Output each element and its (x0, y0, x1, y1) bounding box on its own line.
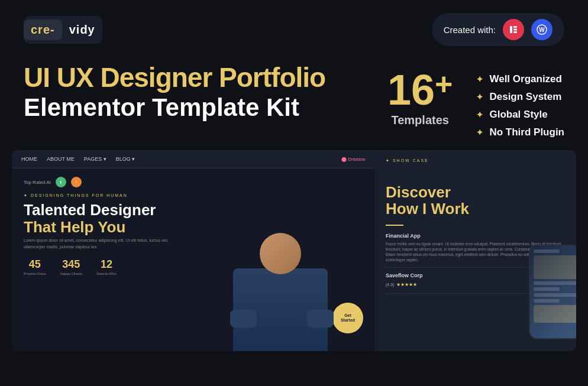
nav-about[interactable]: ABOUT ME (47, 156, 75, 162)
created-with-label: Created with: (444, 25, 496, 35)
stat-awards: 12 Awards Won (96, 258, 117, 275)
dribbble-link[interactable]: ⬤ Dribbbie (341, 157, 366, 162)
svg-rect-1 (513, 26, 517, 28)
star-icon-2: ✦ (476, 92, 483, 102)
fiverr-badge: f (56, 177, 66, 187)
number-plus: + (435, 69, 453, 99)
logo-container: cre- vidy (24, 16, 102, 44)
top-rated: Top Rated At f ↑ (24, 177, 363, 187)
top-rated-label: Top Rated At (24, 180, 51, 185)
person-arm-left (230, 310, 257, 327)
person-arm-right (307, 310, 334, 327)
hero-right: 16 + Templates ✦ Well Organized ✦ Design… (387, 63, 564, 138)
stat-clients: 345 Happy Clients (60, 258, 82, 275)
stat-awards-number: 12 (96, 258, 117, 271)
phone-screen (530, 246, 576, 338)
feature-item-1: ✦ Well Organized (476, 73, 564, 85)
template-count: 16 (387, 69, 435, 111)
preview-right: ✦ SHOW CASE Discover How I Work Financia… (375, 150, 576, 351)
header: cre- vidy Created with: W (0, 0, 588, 57)
wordpress-badge: W (531, 19, 553, 40)
preview-nav: HOME ABOUT ME PAGES ▾ BLOG ▾ ⬤ Dribbbie (12, 150, 375, 168)
elementor-badge (503, 19, 524, 40)
preview-title-line1: Talented Designer (24, 202, 363, 219)
work-item-title-financial: Financial App (386, 233, 566, 239)
stat-clients-number: 345 (60, 258, 82, 271)
nav-pages[interactable]: PAGES ▾ (84, 156, 106, 162)
showcase-label: ✦ SHOW CASE (375, 150, 576, 167)
upwork-badge: ↑ (71, 177, 82, 187)
hero-section: UI UX Designer Portfolio Elementor Templ… (0, 57, 588, 150)
hero-title-sub: Elementor Template Kit (24, 94, 364, 121)
svg-rect-0 (510, 26, 512, 33)
get-started-button[interactable]: Get Started (332, 303, 363, 333)
person-head (260, 233, 301, 274)
logo-cre: cre- (24, 20, 62, 40)
stat-projects: 45 Projects Done (24, 258, 46, 275)
created-with-badge: Created with: W (432, 13, 564, 46)
phone-line-5 (534, 299, 560, 303)
svg-text:W: W (539, 27, 545, 33)
stars-icon: ★★★★★ (396, 282, 417, 287)
preview-description: Lorem ipsum dolor sit amet, consectetur … (24, 238, 177, 250)
template-label: Templates (387, 113, 453, 127)
stat-awards-label: Awards Won (96, 272, 117, 275)
svg-rect-3 (513, 31, 517, 33)
star-icon-3: ✦ (476, 110, 483, 119)
stat-clients-label: Happy Clients (60, 272, 82, 275)
discover-title: Discover How I Work (375, 167, 576, 218)
star-icon-1: ✦ (476, 74, 483, 84)
phone-line-3 (534, 287, 560, 291)
title-gold-part: You (98, 218, 125, 236)
nav-home[interactable]: HOME (21, 156, 37, 162)
discover-title-text: Discover How I Work (386, 183, 469, 218)
feature-item-2: ✦ Design System (476, 91, 564, 103)
hero-left: UI UX Designer Portfolio Elementor Templ… (24, 63, 364, 138)
features-list: ✦ Well Organized ✦ Design System ✦ Globa… (476, 69, 564, 138)
feature-label-1: Well Organized (489, 73, 562, 85)
nav-blog[interactable]: BLOG ▾ (116, 156, 135, 162)
phone-line-2 (534, 281, 576, 285)
designing-for-label: ✦ DESIGNING THINGS FOR HUMAN (24, 193, 363, 198)
hero-title-main: UI UX Designer Portfolio (24, 63, 364, 93)
feature-label-4: No Third Plugin (489, 126, 564, 138)
decoration-line (386, 225, 403, 226)
rating-number: (4.9) (386, 283, 394, 287)
feature-label-2: Design System (489, 91, 561, 103)
preview-left: HOME ABOUT ME PAGES ▾ BLOG ▾ ⬤ Dribbbie … (12, 150, 375, 351)
feature-item-4: ✦ No Third Plugin (476, 126, 564, 138)
phone-line-4 (534, 293, 576, 297)
stat-projects-label: Projects Done (24, 272, 46, 275)
phone-chart (534, 255, 576, 279)
phone-line-1 (534, 249, 560, 253)
feature-item-3: ✦ Global Style (476, 109, 564, 121)
feature-label-3: Global Style (489, 109, 547, 121)
preview-section: HOME ABOUT ME PAGES ▾ BLOG ▾ ⬤ Dribbbie … (12, 150, 576, 351)
phone-bar-chart (534, 305, 576, 323)
svg-rect-2 (513, 29, 517, 31)
title-white-part: That Help (24, 218, 98, 236)
logo: cre- vidy (24, 16, 102, 44)
stat-projects-number: 45 (24, 258, 46, 271)
phone-mockup (529, 245, 576, 339)
logo-vidy: vidy (62, 20, 102, 40)
person-image (221, 227, 340, 351)
number-section: 16 + Templates (387, 69, 453, 127)
star-icon-4: ✦ (476, 128, 483, 137)
